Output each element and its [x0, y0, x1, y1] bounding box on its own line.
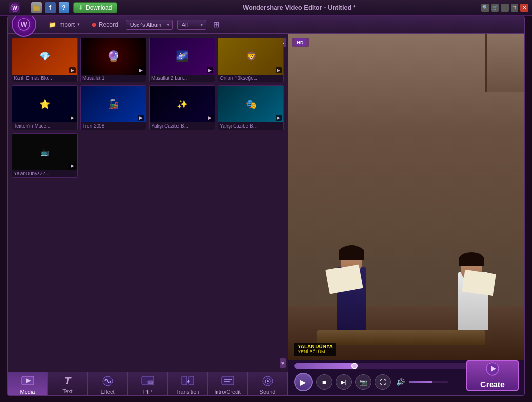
sound-tab-icon — [260, 374, 276, 388]
fullscreen-button[interactable]: ⛶ — [375, 374, 391, 390]
toolbar-icons: f ? — [31, 2, 69, 13]
media-item-label: Yahşi Cazibe B... — [150, 122, 215, 130]
preview-panel: HD YALAN DÜNYA YENİ BÖLÜM — [288, 34, 524, 396]
media-item[interactable]: 🦁▶ Onları Yükseğe... — [218, 38, 284, 82]
transition-tab-icon — [180, 374, 196, 388]
tab-transition-label: Transition — [176, 389, 199, 395]
media-grid[interactable]: ▲ 💎▶ Kanlı Elmas Blo... 🔮▶ Musallat 1 🌌▶… — [8, 34, 288, 372]
media-item-label: Musallat 2 Lan... — [150, 75, 215, 82]
logo: W — [0, 2, 29, 13]
close-button[interactable]: ✕ — [520, 4, 528, 12]
person1 — [327, 243, 376, 330]
record-label: Record — [99, 21, 118, 28]
media-item[interactable]: 🎭▶ Yahşi Cazibe B... — [218, 85, 284, 130]
media-item[interactable]: 🔮▶ Musallat 1 — [80, 38, 146, 82]
media-item-label: Tren 2008 — [81, 122, 146, 130]
tab-transition[interactable]: Transition — [168, 372, 208, 396]
tab-effect[interactable]: Effect — [88, 372, 128, 396]
svg-point-18 — [267, 380, 269, 382]
media-item[interactable]: 📺▶ YalanDunya22... — [12, 133, 78, 178]
help-icon[interactable]: ? — [59, 2, 69, 13]
download-arrow-icon: ⬇ — [79, 4, 83, 11]
intro-credit-tab-icon — [220, 374, 236, 388]
create-button[interactable]: Create — [466, 360, 519, 391]
cart-button[interactable]: 🛒 — [491, 4, 499, 12]
media-panel: ▲ 💎▶ Kanlı Elmas Blo... 🔮▶ Musallat 1 🌌▶… — [8, 34, 288, 396]
main-content: ▲ 💎▶ Kanlı Elmas Blo... 🔮▶ Musallat 1 🌌▶… — [8, 34, 524, 396]
facebook-icon[interactable]: f — [45, 2, 56, 13]
media-item-label: Yahşi Cazibe B... — [218, 122, 283, 130]
import-button[interactable]: 📁 Import ▼ — [46, 20, 83, 29]
snapshot-button[interactable]: 📷 — [355, 374, 371, 390]
coffee-table — [317, 330, 485, 345]
svg-text:W: W — [20, 20, 27, 28]
top-toolbar: W 📁 Import ▼ ⏺ Record User's Album My Vi… — [8, 16, 524, 34]
volume-fill — [409, 381, 432, 383]
svg-text:HD: HD — [297, 40, 304, 45]
import-folder-icon: 📁 — [49, 21, 56, 28]
effect-tab-icon — [100, 374, 116, 388]
tab-media[interactable]: Media — [8, 372, 48, 396]
bg-door — [485, 34, 524, 92]
svg-rect-11 — [189, 376, 194, 385]
volume-slider[interactable] — [409, 381, 448, 383]
tab-intro-credit[interactable]: Intro/Credit — [208, 372, 248, 396]
scroll-down-arrow[interactable]: ▼ — [280, 358, 286, 368]
video-preview: HD YALAN DÜNYA YENİ BÖLÜM — [288, 34, 524, 360]
subtitle-badge: YALAN DÜNYA YENİ BÖLÜM — [294, 343, 336, 356]
download-button[interactable]: ⬇ Download — [73, 2, 117, 13]
titlebar: W f ? ⬇ Download Wondershare Video Edito… — [0, 0, 532, 16]
tab-pip[interactable]: PIP — [128, 372, 168, 396]
person2 — [451, 252, 495, 330]
filter-select-wrapper: All Video Photo Audio — [177, 20, 206, 30]
tab-effect-label: Effect — [101, 389, 115, 395]
volume-icon: 🔊 — [396, 378, 405, 386]
media-item[interactable]: 🚂▶ Tren 2008 — [80, 85, 146, 130]
tab-bar: Media T Text Effect — [8, 372, 288, 396]
player-controls: ▶ ■ ▶| 📷 ⛶ 🔊 00:42:53 / 01:32:50 — [288, 360, 524, 396]
media-item[interactable]: 🌌▶ Musallat 2 Lan... — [149, 38, 215, 82]
app-title: Wondershare Video Editor - Untitled * — [117, 4, 481, 11]
next-frame-button[interactable]: ▶| — [336, 374, 352, 390]
media-item[interactable]: ✨▶ Yahşi Cazibe B... — [149, 85, 215, 130]
media-item-label: YalanDunya22... — [12, 170, 77, 177]
svg-text:W: W — [12, 5, 17, 11]
media-item-label: Onları Yükseğe... — [218, 75, 283, 82]
media-tab-icon — [20, 374, 36, 388]
tab-text[interactable]: T Text — [48, 372, 88, 396]
album-select-wrapper: User's Album My Videos My Photos — [126, 20, 173, 30]
album-select[interactable]: User's Album My Videos My Photos — [126, 20, 173, 30]
media-item-label: Kanlı Elmas Blo... — [12, 75, 77, 82]
record-dot-icon: ⏺ — [91, 21, 97, 28]
record-button[interactable]: ⏺ Record — [88, 20, 121, 29]
download-label: Download — [86, 4, 112, 11]
media-item-label: Tenten'in Mace... — [12, 122, 77, 130]
progress-knob[interactable] — [351, 363, 358, 369]
search-button[interactable]: 🔍 — [481, 4, 489, 12]
tab-text-label: Text — [62, 388, 72, 394]
tab-pip-label: PIP — [143, 389, 152, 395]
app-window: W 📁 Import ▼ ⏺ Record User's Album My Vi… — [7, 16, 525, 396]
svg-rect-9 — [148, 381, 153, 384]
play-button[interactable]: ▶ — [294, 373, 313, 391]
stop-button[interactable]: ■ — [316, 374, 332, 390]
filter-select[interactable]: All Video Photo Audio — [177, 20, 206, 30]
hd-badge: HD — [292, 38, 309, 47]
tab-sound[interactable]: Sound — [248, 372, 288, 396]
tab-media-label: Media — [20, 389, 35, 395]
minimize-button[interactable]: _ — [501, 4, 509, 12]
maximize-button[interactable]: □ — [511, 4, 518, 12]
window-controls: 🔍 🛒 _ □ ✕ — [481, 4, 528, 12]
tab-intro-credit-label: Intro/Credit — [214, 389, 240, 395]
media-item[interactable]: ⭐▶ Tenten'in Mace... — [12, 85, 78, 130]
import-label: Import — [58, 21, 75, 28]
folder-icon[interactable] — [31, 2, 42, 13]
import-dropdown-icon: ▼ — [77, 22, 80, 27]
create-label: Create — [480, 381, 505, 389]
layout-icon[interactable]: ⊞ — [213, 20, 219, 29]
preview-scene: HD YALAN DÜNYA YENİ BÖLÜM — [288, 34, 524, 360]
media-item[interactable]: 💎▶ Kanlı Elmas Blo... — [12, 38, 78, 82]
pip-tab-icon — [140, 374, 156, 388]
svg-rect-10 — [182, 376, 187, 385]
progress-fill — [294, 363, 355, 369]
